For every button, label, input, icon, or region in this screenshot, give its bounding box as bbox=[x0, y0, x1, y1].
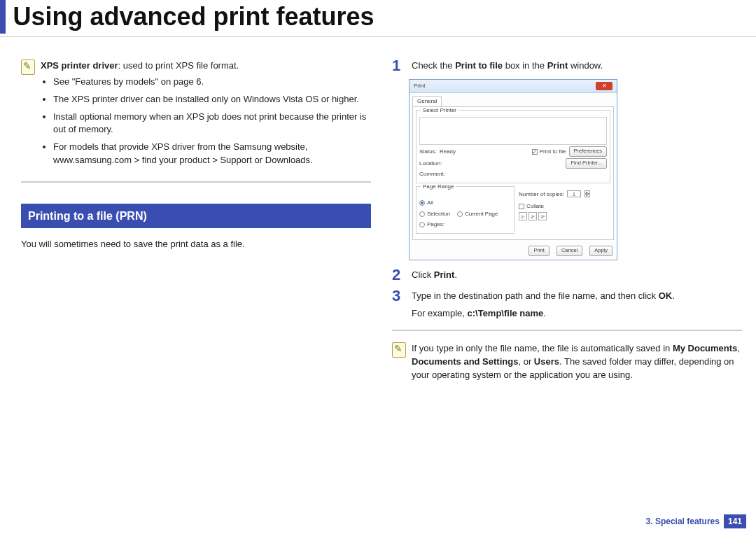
page-range-label: Page Range bbox=[421, 183, 456, 190]
xps-bullet: For models that provide XPS driver from … bbox=[53, 141, 371, 167]
checkbox-icon bbox=[532, 149, 538, 155]
copies-stepper[interactable]: ▴ ▾ bbox=[584, 190, 590, 197]
print-to-file-checkbox[interactable]: Print to file bbox=[532, 148, 566, 156]
page-number: 141 bbox=[724, 514, 746, 528]
comment-row: Comment: bbox=[419, 170, 607, 178]
apply-button[interactable]: Apply bbox=[589, 246, 612, 256]
step-number: 3 bbox=[392, 288, 405, 304]
location-label: Location: bbox=[419, 160, 442, 168]
radio-icon bbox=[419, 211, 425, 217]
chevron-down-icon[interactable]: ▾ bbox=[584, 194, 590, 197]
collate-icon: 1¹ 2² 3³ bbox=[519, 212, 610, 220]
radio-all[interactable]: All bbox=[419, 199, 511, 207]
xps-bullet: The XPS printer driver can be installed … bbox=[53, 93, 371, 106]
comment-label: Comment: bbox=[419, 170, 445, 178]
radio-icon bbox=[457, 211, 463, 217]
copies-label: Number of copies: bbox=[519, 190, 564, 199]
select-printer-label: Select Printer bbox=[421, 107, 458, 113]
content-area: XPS printer driver: used to print XPS fi… bbox=[0, 37, 756, 406]
printer-list[interactable] bbox=[419, 117, 607, 145]
location-row: Location: Find Printer... bbox=[419, 158, 607, 169]
print-dialog: Print ✕ General Select Printer Status: R… bbox=[409, 79, 617, 260]
page-title: Using advanced print features bbox=[13, 2, 374, 31]
print-button[interactable]: Print bbox=[528, 246, 549, 256]
print-to-file-label: Print to file bbox=[540, 148, 566, 156]
note-icon bbox=[21, 59, 35, 75]
xps-note-body: XPS printer driver: used to print XPS fi… bbox=[41, 59, 371, 171]
step-1: 1 Check the Print to file box in the Pri… bbox=[392, 58, 742, 73]
title-accent bbox=[0, 0, 6, 34]
status-row: Status: Ready Print to file Preferences bbox=[419, 146, 607, 157]
save-location-note-body: If you type in only the file name, the f… bbox=[412, 342, 742, 382]
step-body: Click Print. bbox=[412, 267, 742, 282]
note-icon bbox=[392, 342, 406, 358]
step-number: 1 bbox=[392, 58, 405, 73]
left-column: XPS printer driver: used to print XPS fi… bbox=[21, 58, 371, 406]
chapter-label: 3. Special features bbox=[646, 517, 720, 526]
section-heading: Printing to a file (PRN) bbox=[21, 204, 371, 228]
right-column: 1 Check the Print to file box in the Pri… bbox=[392, 58, 742, 406]
xps-note-lead-bold: XPS printer driver bbox=[41, 60, 118, 71]
page-footer: 3. Special features 141 bbox=[646, 514, 746, 528]
select-printer-group: Select Printer Status: Ready Print to fi… bbox=[416, 110, 610, 183]
xps-note-lead: XPS printer driver: used to print XPS fi… bbox=[41, 59, 371, 73]
dialog-title-text: Print bbox=[414, 82, 425, 90]
radio-icon bbox=[419, 200, 425, 206]
radio-pages[interactable]: Pages: bbox=[419, 220, 511, 229]
copies-group: Number of copies: 1 ▴ ▾ Collate bbox=[519, 186, 610, 237]
collate-checkbox[interactable]: Collate bbox=[519, 202, 610, 211]
radio-selection[interactable]: Selection bbox=[419, 210, 450, 218]
step1-text: Check the Print to file box in the Print… bbox=[412, 60, 603, 71]
xps-note: XPS printer driver: used to print XPS fi… bbox=[21, 58, 371, 183]
section-intro: You will sometimes need to save the prin… bbox=[21, 238, 371, 251]
dialog-bottom: Page Range All Selection Current Page Pa… bbox=[416, 186, 610, 237]
dialog-actions: Print Cancel Apply bbox=[410, 243, 617, 260]
dialog-titlebar: Print ✕ bbox=[410, 80, 617, 93]
xps-bullet: See "Features by models" on page 6. bbox=[53, 76, 371, 89]
page-header: Using advanced print features bbox=[0, 0, 756, 37]
xps-bullet-list: See "Features by models" on page 6. The … bbox=[41, 76, 371, 167]
close-icon[interactable]: ✕ bbox=[596, 82, 612, 90]
collate-label: Collate bbox=[526, 202, 544, 211]
save-location-note: If you type in only the file name, the f… bbox=[392, 341, 742, 392]
xps-note-lead-rest: : used to print XPS file format. bbox=[118, 60, 239, 71]
xps-bullet: Install optional memory when an XPS job … bbox=[53, 111, 371, 137]
page-range-group: Page Range All Selection Current Page Pa… bbox=[416, 186, 514, 234]
step-number: 2 bbox=[392, 267, 405, 283]
status-label: Status: bbox=[419, 148, 437, 156]
radio-icon bbox=[419, 222, 425, 227]
dialog-tab-general[interactable]: General bbox=[412, 96, 442, 106]
find-printer-button[interactable]: Find Printer... bbox=[566, 158, 607, 169]
step-2: 2 Click Print. bbox=[392, 267, 742, 283]
step-body: Type in the destination path and the fil… bbox=[412, 288, 742, 321]
checkbox-icon bbox=[519, 204, 524, 209]
step-body: Check the Print to file box in the Print… bbox=[412, 58, 742, 73]
radio-current-page[interactable]: Current Page bbox=[457, 210, 498, 218]
preferences-button[interactable]: Preferences bbox=[569, 146, 607, 157]
copies-input[interactable]: 1 bbox=[567, 190, 581, 197]
step-3: 3 Type in the destination path and the f… bbox=[392, 288, 742, 332]
dialog-body: Select Printer Status: Ready Print to fi… bbox=[412, 106, 614, 240]
cancel-button[interactable]: Cancel bbox=[556, 246, 582, 256]
status-value: Ready bbox=[440, 148, 456, 156]
